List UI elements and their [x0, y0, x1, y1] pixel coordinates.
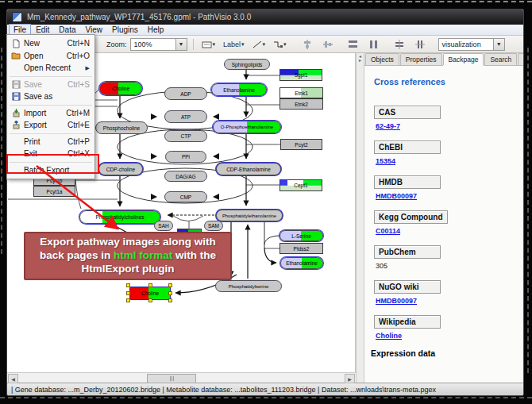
node-ethanolamine[interactable]: Ethanolamine: [211, 83, 267, 96]
node-dag-ag[interactable]: DAG/AG: [164, 171, 207, 182]
selection-handle[interactable]: [148, 298, 152, 302]
chevron-down-icon[interactable]: ▼: [175, 39, 187, 50]
node-pcyt2[interactable]: Pcyt2: [280, 139, 322, 150]
menu-plugins[interactable]: Plugins: [107, 25, 143, 35]
export-icon: [10, 121, 21, 129]
save-icon: [10, 80, 21, 89]
visualization-combobox[interactable]: visualization ▼: [438, 38, 505, 51]
scrollbar-thumb[interactable]: [147, 374, 196, 383]
callout-highlight-text: html format: [114, 249, 172, 261]
backpage-section-header: CAS: [374, 106, 441, 119]
file-menu-open[interactable]: OpenCtrl+O: [7, 50, 94, 63]
node-phosphocholine[interactable]: Phosphocholine: [95, 121, 148, 134]
node-atp[interactable]: ATP: [164, 110, 207, 123]
stack-horizontal-button[interactable]: [391, 37, 408, 52]
line-tool-button[interactable]: ▾: [250, 37, 268, 52]
node-phosphatidylethanolamine[interactable]: Phosphatidylethanolamine: [216, 210, 283, 221]
backpage-link[interactable]: 62-49-7: [376, 122, 523, 130]
backpage-section: PubChem 305: [374, 244, 523, 270]
backpage-link[interactable]: C00114: [376, 227, 523, 235]
connector-tool-button[interactable]: ▾: [271, 37, 289, 52]
tab-search[interactable]: Search: [484, 53, 517, 65]
backpage-section: Kegg Compound C00114: [374, 209, 523, 235]
backpage-section-header: Kegg Compound: [374, 210, 448, 224]
distribute-horizontal-button[interactable]: [345, 37, 362, 52]
datanode-tool-button[interactable]: ▾: [199, 37, 218, 52]
scroll-right-icon[interactable]: ▶: [345, 374, 355, 383]
chevron-down-icon[interactable]: ▼: [493, 39, 504, 50]
stack-vertical-icon: [415, 40, 425, 49]
backpage-link[interactable]: Choline: [376, 332, 523, 340]
node-ctp[interactable]: CTP: [164, 130, 207, 142]
align-middle-button[interactable]: [319, 37, 337, 52]
align-middle-icon: [323, 40, 333, 49]
line-icon: [253, 40, 262, 48]
node-sgpl1[interactable]: Sgpl1: [279, 69, 322, 81]
tab-legend[interactable]: Legend: [518, 53, 524, 65]
backpage-section: Wikipedia Choline: [374, 314, 523, 340]
status-bar: | Gene database: ...m_Derby_20120602.bri…: [7, 383, 523, 395]
app-icon: [12, 12, 22, 22]
horizontal-scrollbar[interactable]: ◀ ▶: [7, 372, 356, 383]
node-pcyt1a[interactable]: Pcyt1a: [33, 186, 75, 197]
zoom-combobox[interactable]: 100% ▼: [130, 38, 187, 51]
distribute-vertical-button[interactable]: [365, 37, 383, 52]
node-cdp-ethanolamine[interactable]: CDP-Ethanolamine: [216, 163, 281, 175]
label-tool-button[interactable]: Label ▾: [221, 37, 247, 52]
panel-splitter[interactable]: ◂▸: [356, 53, 364, 383]
node-phosphatidylcholines[interactable]: Phosphatidylcholines: [79, 210, 160, 224]
file-menu-export[interactable]: ExportCtrl+E: [7, 119, 94, 132]
backpage-link[interactable]: HMDB00097: [376, 297, 523, 305]
selection-handle[interactable]: [126, 291, 130, 295]
align-center-button[interactable]: [299, 37, 316, 52]
node-choline[interactable]: Choline: [99, 82, 142, 95]
file-menu-print[interactable]: PrintCtrl+P: [7, 136, 94, 148]
scroll-left-icon[interactable]: ◀: [8, 374, 18, 383]
backpage-section: ChEBI 15354: [374, 139, 523, 165]
node-sphingolipids[interactable]: Sphingolipids: [224, 59, 270, 70]
backpage-section: CAS 62-49-7: [374, 104, 523, 130]
selection-handle[interactable]: [168, 291, 172, 295]
node-ptdss2[interactable]: Ptdss2: [279, 243, 323, 254]
align-center-icon: [303, 40, 312, 49]
selection-handle[interactable]: [168, 298, 172, 302]
selection-handle[interactable]: [126, 298, 130, 302]
backpage-panel: Cross references CAS 62-49-7 ChEBI 15354…: [364, 66, 523, 383]
node-sam[interactable]: SAM: [204, 221, 223, 231]
stack-vertical-button[interactable]: [411, 37, 429, 52]
toolbar-separator: [193, 39, 194, 50]
frame-dash-left: [1, 48, 2, 254]
node-ethanolamine-bottom[interactable]: Ethanolamine: [280, 257, 323, 269]
zoom-label: Zoom:: [106, 40, 127, 48]
tab-properties[interactable]: Properties: [400, 53, 442, 65]
selection-handle[interactable]: [148, 283, 152, 287]
import-icon: [10, 109, 21, 117]
selection-handle[interactable]: [126, 283, 130, 287]
node-cdp-choline[interactable]: CDP-choline: [98, 163, 143, 175]
label-tool-text: Label: [223, 40, 241, 48]
node-cept1[interactable]: Cept1: [279, 179, 322, 191]
node-l-serine[interactable]: L-Serine: [279, 230, 323, 241]
node-sah[interactable]: SAH: [154, 221, 173, 231]
tab-objects[interactable]: Objects: [365, 53, 399, 65]
node-cmp[interactable]: CMP: [164, 191, 207, 202]
backpage-link[interactable]: 15354: [376, 157, 523, 165]
file-menu-import[interactable]: ImportCtrl+M: [7, 107, 94, 120]
node-o-phosphoethanolamine[interactable]: O-Phosphoethanolamine: [213, 121, 281, 133]
node-etnk1[interactable]: Etnk1: [279, 87, 323, 98]
selection-handle[interactable]: [168, 283, 172, 287]
file-menu-save-as[interactable]: Save as: [7, 90, 94, 103]
node-ppi[interactable]: PPi: [165, 151, 206, 163]
file-menu-save[interactable]: SaveCtrl+S: [7, 79, 94, 91]
collapse-right-icon[interactable]: ▸: [359, 59, 361, 63]
node-etnk2[interactable]: Etnk2: [279, 98, 323, 110]
backpage-link[interactable]: HMDB00097: [376, 192, 523, 200]
menu-separator: [10, 105, 92, 106]
node-phosphatidylserine[interactable]: Phosphatidylserine: [215, 280, 282, 292]
node-adp[interactable]: ADP: [164, 87, 207, 100]
file-menu-new[interactable]: NewCtrl+N: [7, 37, 94, 50]
side-panel: Objects Properties Backpage Search Legen…: [364, 53, 523, 383]
file-menu-open-recent[interactable]: Open Recent▶: [7, 62, 94, 75]
tab-backpage[interactable]: Backpage: [443, 53, 484, 65]
menu-help[interactable]: Help: [143, 25, 169, 35]
